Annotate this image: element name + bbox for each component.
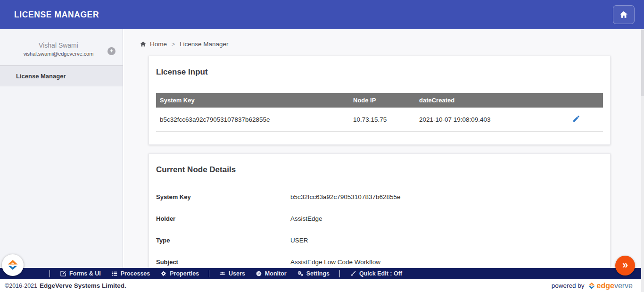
brand-verve-text: verve	[614, 282, 633, 290]
field-value: AssistEdge Low Code Workflow	[290, 259, 380, 266]
nav-settings[interactable]: Settings	[297, 270, 330, 277]
nav-label: Monitor	[265, 270, 287, 277]
home-icon	[619, 10, 628, 19]
copyright-years: ©2016-2021	[5, 283, 37, 289]
user-profile-block: Vishal Swami vishal.swami@edgeverve.com …	[0, 29, 123, 66]
nav-processes[interactable]: Processes	[111, 270, 150, 277]
cell-system-key: b5c32fcc63a92c79053107837b62855e	[156, 108, 349, 132]
user-email: vishal.swami@edgeverve.com	[14, 51, 103, 57]
scrollbar-thumb[interactable]	[641, 30, 644, 96]
field-value: b5c32fcc63a92c79053107837b62855e	[290, 193, 400, 200]
cogs-icon	[297, 270, 304, 277]
license-input-table: System Key Node IP dateCreated b5c32fcc6…	[156, 93, 603, 132]
brush-icon	[350, 270, 356, 277]
cell-date-created: 2021-10-07 19:08:09.403	[415, 108, 569, 132]
nav-users[interactable]: Users	[219, 270, 245, 277]
brand-edge-text: edge	[597, 282, 614, 290]
cell-node-ip: 10.73.15.75	[349, 108, 415, 132]
node-details-fields: System Key b5c32fcc63a92c79053107837b628…	[156, 186, 603, 273]
footer: ©2016-2021 EdgeVerve Systems Limited. po…	[0, 279, 644, 292]
field-label: Type	[156, 237, 290, 244]
bottom-toolbar: Forms & UI Processes Properties	[0, 268, 644, 279]
license-input-title: License Input	[156, 67, 603, 77]
nav-quick-edit[interactable]: Quick Edit : Off	[350, 270, 402, 277]
toolbar-divider	[50, 270, 50, 277]
field-row-holder: Holder AssistEdge	[156, 208, 603, 229]
edgeverve-brand: edge verve	[587, 282, 633, 290]
expand-user-icon[interactable]: +	[107, 47, 116, 55]
column-node-ip: Node IP	[349, 93, 415, 108]
main-content: Home > License Manager License Input Sys…	[124, 29, 644, 292]
column-date-created: dateCreated	[415, 93, 569, 108]
powered-by-text: powered by	[552, 282, 585, 289]
column-actions	[569, 93, 603, 108]
field-row-type: Type USER	[156, 229, 603, 251]
breadcrumb-home-icon	[140, 41, 147, 48]
nav-forms-ui[interactable]: Forms & UI	[60, 270, 101, 277]
breadcrumb: Home > License Manager	[140, 41, 644, 48]
edgeverve-logo-icon	[6, 259, 19, 272]
field-value: AssistEdge	[290, 215, 322, 222]
list-icon	[111, 270, 118, 277]
expand-right-button[interactable]: »	[615, 256, 635, 275]
nav-label: Forms & UI	[69, 270, 101, 277]
edit-pencil-icon[interactable]	[572, 115, 580, 123]
toolbar-divider	[339, 270, 340, 277]
copyright: ©2016-2021 EdgeVerve Systems Limited.	[5, 282, 126, 289]
scrollbar[interactable]	[641, 29, 644, 292]
license-input-card: License Input System Key Node IP dateCre…	[149, 56, 611, 145]
table-header-row: System Key Node IP dateCreated	[156, 93, 603, 108]
field-row-system-key: System Key b5c32fcc63a92c79053107837b628…	[156, 186, 603, 208]
nav-label: Properties	[170, 270, 199, 277]
sidebar-item-license-manager[interactable]: License Manager	[0, 66, 123, 86]
gear-icon	[160, 270, 167, 277]
nav-monitor[interactable]: Monitor	[256, 270, 287, 277]
app-title: LICENSE MANAGER	[14, 10, 99, 20]
field-label: Subject	[156, 259, 290, 266]
edgeverve-brand-icon	[587, 282, 596, 290]
nav-label: Quick Edit : Off	[359, 270, 402, 277]
sidebar-item-label: License Manager	[16, 73, 66, 80]
powered-by: powered by edge verve	[552, 282, 633, 290]
home-button[interactable]	[613, 5, 635, 24]
breadcrumb-current: License Manager	[180, 41, 229, 48]
nav-properties[interactable]: Properties	[160, 270, 199, 277]
toolbar-divider	[209, 270, 209, 277]
sidebar: Vishal Swami vishal.swami@edgeverve.com …	[0, 29, 123, 292]
edit-square-icon	[60, 270, 66, 277]
field-label: System Key	[156, 193, 290, 200]
nav-label: Processes	[121, 270, 150, 277]
breadcrumb-home[interactable]: Home	[150, 41, 167, 48]
tachometer-icon	[256, 270, 262, 277]
edgeverve-logo-button[interactable]	[2, 254, 24, 276]
current-node-details-title: Current Node Details	[156, 165, 603, 175]
copyright-company: EdgeVerve Systems Limited.	[40, 282, 126, 289]
user-name: Vishal Swami	[14, 42, 103, 49]
nav-label: Settings	[306, 270, 330, 277]
field-label: Holder	[156, 215, 290, 222]
column-system-key: System Key	[156, 93, 349, 108]
license-manager-app: LICENSE MANAGER Vishal Swami vishal.swam…	[0, 0, 644, 292]
table-row: b5c32fcc63a92c79053107837b62855e 10.73.1…	[156, 108, 603, 132]
double-chevron-right-icon: »	[622, 259, 628, 271]
cell-actions	[569, 108, 603, 132]
nav-label: Users	[229, 270, 245, 277]
field-value: USER	[290, 237, 308, 244]
breadcrumb-separator: >	[172, 41, 175, 48]
top-header-bar: LICENSE MANAGER	[0, 0, 644, 29]
users-icon	[219, 270, 226, 277]
